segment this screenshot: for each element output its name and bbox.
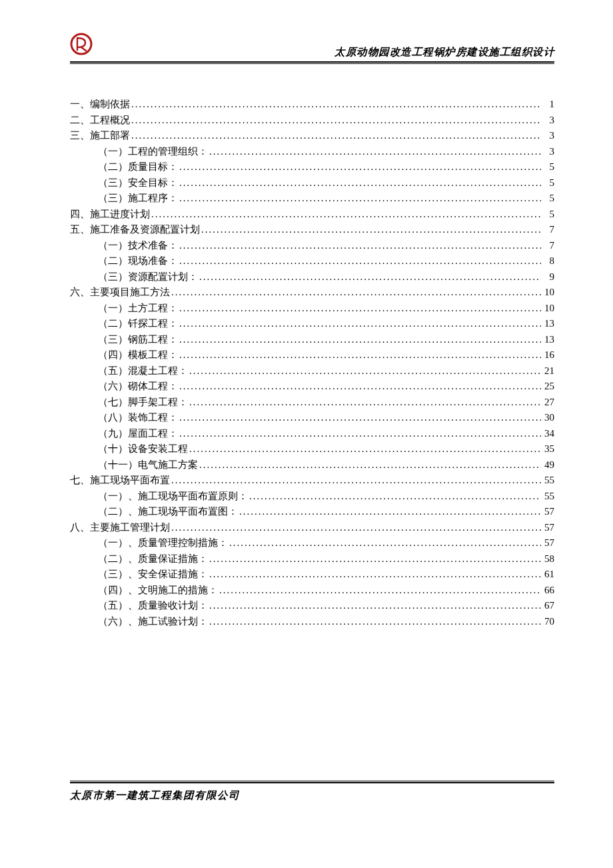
toc-entry: （六）、施工试验计划：70 [70, 617, 554, 627]
toc-entry-label: 八、主要施工管理计划 [70, 523, 170, 533]
toc-entry: 一、编制依据1 [70, 99, 554, 109]
toc-leader-dots [178, 381, 541, 391]
toc-leader-dots [198, 460, 541, 470]
toc-leader-dots [178, 413, 541, 423]
toc-entry-page: 21 [541, 366, 554, 376]
toc-entry-page: 30 [541, 413, 554, 423]
toc-entry-page: 57 [541, 507, 554, 517]
toc-entry-label: 四、施工进度计划 [70, 209, 150, 219]
toc-entry: 八、主要施工管理计划57 [70, 523, 554, 533]
toc-entry-label: （六）砌体工程： [98, 381, 178, 391]
toc-entry: （二）、施工现场平面布置图：57 [70, 507, 554, 517]
toc-entry-label: （一）土方工程： [98, 303, 178, 313]
toc-entry-page: 35 [541, 444, 554, 454]
toc-leader-dots [198, 272, 541, 282]
toc-entry-page: 5 [541, 162, 554, 172]
toc-leader-dots [208, 569, 541, 579]
toc-leader-dots [208, 554, 541, 564]
toc-entry-label: （二）现场准备： [98, 256, 178, 266]
toc-entry-page: 25 [541, 381, 554, 391]
toc-entry: （二）质量目标：5 [70, 162, 554, 172]
toc-leader-dots [130, 131, 541, 141]
toc-entry-page: 13 [541, 319, 554, 329]
toc-entry-page: 3 [541, 131, 554, 141]
header-rule-thin [70, 63, 554, 64]
toc-entry-label: （四）模板工程： [98, 350, 178, 360]
toc-leader-dots [228, 538, 541, 548]
toc-entry-label: 六、主要项目施工方法 [70, 287, 170, 297]
toc-entry: 六、主要项目施工方法10 [70, 287, 554, 297]
toc-entry: （三）、安全保证措施：61 [70, 569, 554, 579]
toc-entry-label: （一）、质量管理控制措施： [98, 538, 228, 548]
page-footer: 太原市第一建筑工程集团有限公司 [70, 781, 554, 803]
toc-entry: （三）钢筋工程：13 [70, 335, 554, 345]
toc-entry-page: 5 [541, 178, 554, 188]
toc-entry: 三、施工部署3 [70, 131, 554, 141]
toc-leader-dots [178, 178, 541, 188]
toc-leader-dots [188, 444, 541, 454]
toc-entry-page: 58 [541, 554, 554, 564]
page: 太原动物园改造工程锅炉房建设施工组织设计 一、编制依据1二、工程概况3三、施工部… [0, 0, 613, 868]
toc-leader-dots [178, 319, 541, 329]
toc-entry-label: （一）工程的管理组织： [98, 147, 208, 157]
toc-entry-page: 16 [541, 350, 554, 360]
page-header: 太原动物园改造工程锅炉房建设施工组织设计 [70, 37, 554, 59]
toc-entry-label: （二）、质量保证措施： [98, 554, 208, 564]
toc-entry-page: 61 [541, 569, 554, 579]
toc-entry-page: 3 [541, 115, 554, 125]
toc-entry-label: 二、工程概况 [70, 115, 130, 125]
toc-entry-label: 七、施工现场平面布置 [70, 475, 170, 485]
toc-entry: （一）技术准备：7 [70, 241, 554, 251]
toc-leader-dots [130, 99, 541, 109]
toc-leader-dots [238, 507, 541, 517]
toc-entry: （三）资源配置计划：9 [70, 272, 554, 282]
footer-rule-thick [70, 782, 554, 783]
toc-leader-dots [178, 193, 541, 203]
toc-entry-page: 3 [541, 147, 554, 157]
toc-entry-page: 9 [541, 272, 554, 282]
toc-entry-page: 70 [541, 617, 554, 627]
toc-entry-label: （一）技术准备： [98, 241, 178, 251]
toc-leader-dots [170, 287, 541, 297]
toc-entry-label: 一、编制依据 [70, 99, 130, 109]
toc-entry-label: （三）资源配置计划： [98, 272, 198, 282]
toc-entry: （一）、质量管理控制措施：57 [70, 538, 554, 548]
toc-entry-label: （八）装饰工程： [98, 413, 178, 423]
toc-entry-page: 55 [541, 475, 554, 485]
toc-leader-dots [170, 523, 541, 533]
toc-leader-dots [218, 585, 541, 595]
toc-entry: （十一）电气施工方案49 [70, 460, 554, 470]
toc-entry: 五、施工准备及资源配置计划7 [70, 225, 554, 235]
toc-leader-dots [178, 350, 541, 360]
toc-entry-page: 10 [541, 303, 554, 313]
toc-entry-page: 57 [541, 538, 554, 548]
toc-leader-dots [208, 147, 541, 157]
toc-entry-page: 34 [541, 429, 554, 439]
toc-entry: （二）、质量保证措施：58 [70, 554, 554, 564]
toc-entry: （五）混凝土工程：21 [70, 366, 554, 376]
toc-entry-label: （九）屋面工程： [98, 429, 178, 439]
toc-entry-label: （五）混凝土工程： [98, 366, 188, 376]
toc-entry-page: 49 [541, 460, 554, 470]
toc-entry-label: （十一）电气施工方案 [98, 460, 198, 470]
company-name: 太原市第一建筑工程集团有限公司 [70, 789, 554, 803]
toc-entry: 四、施工进度计划5 [70, 209, 554, 219]
toc-entry-label: （三）施工程序： [98, 193, 178, 203]
toc-entry-page: 66 [541, 585, 554, 595]
toc-entry-page: 55 [541, 491, 554, 501]
toc-entry-label: （二）钎探工程： [98, 319, 178, 329]
document-title: 太原动物园改造工程锅炉房建设施工组织设计 [334, 45, 554, 59]
toc-entry-page: 1 [541, 99, 554, 109]
toc-entry-label: （五）、质量验收计划： [98, 601, 208, 611]
toc-entry-page: 57 [541, 523, 554, 533]
header-rule-thick [70, 61, 554, 63]
toc-leader-dots [130, 115, 541, 125]
toc-entry: （九）屋面工程：34 [70, 429, 554, 439]
toc-entry-label: （三）、安全保证措施： [98, 569, 208, 579]
toc-entry: （三）施工程序：5 [70, 193, 554, 203]
toc-entry: （七）脚手架工程：27 [70, 397, 554, 407]
table-of-contents: 一、编制依据1二、工程概况3三、施工部署3（一）工程的管理组织：3（二）质量目标… [70, 99, 554, 627]
toc-entry: （四）模板工程：16 [70, 350, 554, 360]
toc-leader-dots [178, 256, 541, 266]
toc-entry-label: （一）、施工现场平面布置原则： [98, 491, 248, 501]
